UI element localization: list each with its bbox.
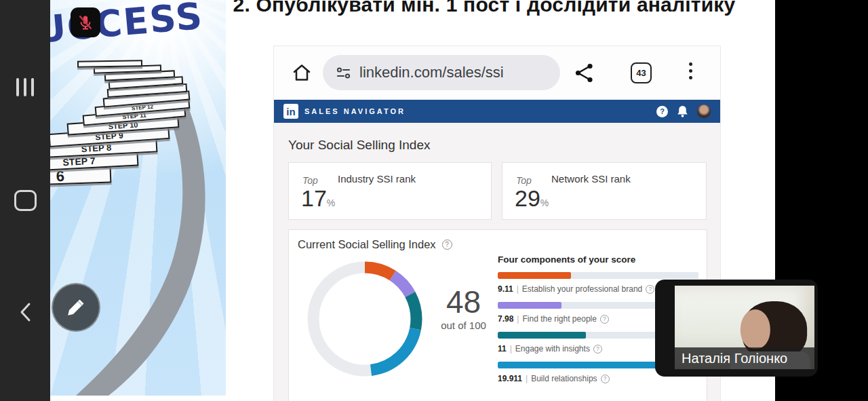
sales-navigator-brand: SALES NAVIGATOR [304, 107, 406, 115]
rank-card-label: Industry SSI rank [338, 173, 416, 185]
component-value: 11 [498, 344, 507, 354]
back-button[interactable] [0, 287, 50, 337]
android-nav-rail [0, 0, 50, 401]
site-controls-icon [336, 66, 351, 79]
component-bar-fill [498, 362, 658, 368]
ssi-donut-chart [307, 261, 422, 377]
home-button[interactable] [0, 175, 50, 225]
rank-value: 29% [515, 185, 549, 212]
annotate-button[interactable] [52, 283, 100, 332]
component-label: Establish your professional brand [522, 284, 642, 294]
component-label: Find the right people [522, 314, 596, 324]
help-icon[interactable]: ? [601, 375, 610, 383]
component-value: 19.911 [498, 374, 522, 383]
components-heading: Four components of your score [498, 254, 698, 265]
url-text: linkedin.com/sales/ssi [359, 64, 504, 81]
browser-menu-icon[interactable] [689, 62, 693, 83]
help-icon[interactable]: ? [600, 315, 609, 324]
url-bar[interactable]: linkedin.com/sales/ssi [323, 55, 560, 90]
home-icon [14, 190, 37, 211]
slide-title: 2. Опублікувати мін. 1 пост і дослідити … [179, 0, 775, 16]
microphone-muted-badge[interactable] [71, 7, 100, 37]
browser-screenshot: linkedin.com/sales/ssi 43 in SALES NAVIG… [274, 46, 720, 401]
help-icon[interactable]: ? [442, 240, 452, 250]
help-icon[interactable]: ? [593, 345, 602, 354]
success-stairs-illustration: SUCCESS 6STEP 7STEP 8STEP 9STEP 10STEP 1… [50, 0, 226, 396]
recents-button[interactable] [0, 62, 50, 112]
ssi-page: Your Social Selling Index Top Industry S… [274, 123, 720, 401]
rank-value: 17% [301, 185, 335, 212]
top-label: Top [516, 175, 532, 186]
browser-toolbar: linkedin.com/sales/ssi 43 [274, 46, 720, 100]
rank-card-label: Network SSI rank [551, 173, 631, 185]
screen: 2. Опублікувати мін. 1 пост і дослідити … [0, 0, 868, 401]
component-bar-fill [498, 272, 571, 279]
score-caption: out of 100 [425, 320, 502, 331]
component-label: Build relationships [531, 374, 597, 383]
component-value: 9.11 [498, 284, 513, 294]
stair-step-small [77, 60, 142, 68]
recents-icon [16, 78, 34, 96]
top-label: Top [302, 175, 318, 186]
ssi-score: 48 out of 100 [425, 286, 502, 331]
component-label: Engage with insights [515, 344, 590, 354]
help-icon[interactable]: ? [646, 285, 654, 294]
profile-avatar[interactable] [697, 104, 711, 118]
sales-navigator-header: in SALES NAVIGATOR ? [274, 100, 720, 123]
notifications-bell-icon[interactable] [677, 105, 688, 117]
browser-home-icon[interactable] [292, 62, 312, 83]
component-bar-track [498, 272, 698, 279]
industry-ssi-rank-card: Top Industry SSI rank 17% [288, 162, 492, 220]
pencil-icon [64, 296, 87, 319]
linkedin-logo[interactable]: in [283, 104, 298, 119]
component-bar-fill [498, 302, 561, 309]
component-bar-fill [498, 332, 586, 339]
component-value: 7.98 [498, 314, 513, 324]
participant-name: Наталія Голіонко [675, 347, 814, 370]
page-heading: Your Social Selling Index [288, 138, 431, 153]
header-help-icon[interactable]: ? [656, 106, 668, 117]
tab-counter[interactable]: 43 [631, 62, 652, 83]
share-icon[interactable] [574, 62, 595, 83]
participant-video-tile[interactable]: Наталія Голіонко [655, 280, 818, 377]
current-ssi-card: Current Social Selling Index ? 48 out of… [288, 229, 707, 401]
current-ssi-title: Current Social Selling Index [298, 238, 436, 251]
network-ssi-rank-card: Top Network SSI rank 29% [502, 162, 707, 220]
score-number: 48 [425, 286, 502, 318]
back-chevron-icon [19, 302, 31, 322]
mic-off-icon [77, 14, 94, 31]
